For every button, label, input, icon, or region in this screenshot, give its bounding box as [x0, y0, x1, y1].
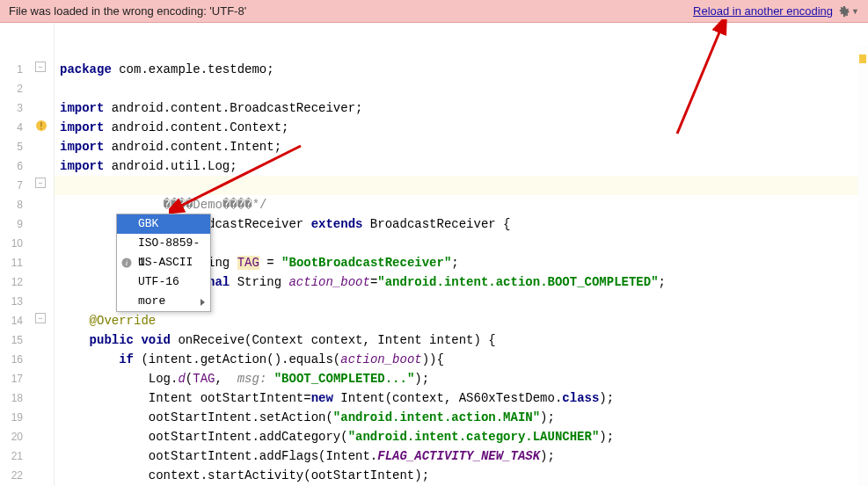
line-number: 12	[0, 272, 32, 292]
encoding-option-gbk[interactable]: GBK	[117, 214, 210, 234]
encoding-dropdown: GBK ISO-8859-1 i US-ASCII UTF-16 more	[116, 214, 211, 312]
fold-toggle-icon[interactable]: −	[35, 62, 46, 72]
encoding-option-utf16[interactable]: UTF-16	[117, 272, 210, 292]
line-number: 22	[0, 466, 32, 485]
code-line: import android.content.Intent;	[55, 137, 868, 156]
code-line: package com.example.testdemo;	[55, 60, 868, 79]
code-line: if (intent.getAction().equals(action_boo…	[55, 350, 868, 369]
fold-toggle-icon[interactable]: −	[35, 178, 46, 188]
line-number: 7	[0, 176, 32, 195]
line-number: 16	[0, 350, 32, 369]
submenu-arrow-icon	[201, 299, 205, 306]
line-number: 2	[0, 79, 32, 98]
fold-toggle-icon[interactable]: −	[35, 313, 46, 323]
line-number: 9	[0, 214, 32, 234]
line-number: 18	[0, 388, 32, 408]
encoding-warning-banner: File was loaded in the wrong encoding: '…	[0, 0, 868, 23]
code-line: ����Demo����*/	[55, 195, 868, 214]
fold-gutter: − ! − −	[32, 23, 55, 486]
line-number: 6	[0, 156, 32, 176]
line-number: 17	[0, 369, 32, 388]
error-stripe[interactable]	[857, 46, 868, 486]
code-line: public void onReceive(Context context, I…	[55, 330, 868, 350]
line-number: 19	[0, 408, 32, 427]
code-line	[55, 176, 868, 195]
line-number: 13	[0, 292, 32, 311]
line-number: 5	[0, 137, 32, 156]
code-line: import android.util.Log;	[55, 156, 868, 176]
line-number: 11	[0, 253, 32, 272]
dropdown-caret-icon[interactable]: ▼	[851, 7, 859, 16]
encoding-option-usascii[interactable]: i US-ASCII	[117, 253, 210, 272]
gear-icon[interactable]	[838, 4, 850, 18]
line-number-gutter: 1 2 3 4 5 6 7 8 9 10 11 12 13 14 15 16 1…	[0, 23, 32, 486]
svg-text:!: !	[40, 121, 43, 131]
encoding-option-more[interactable]: more	[117, 292, 210, 311]
line-number: 14	[0, 311, 32, 330]
code-line: context.startActivity(ootStartIntent);	[55, 466, 868, 485]
encoding-option-iso8859[interactable]: ISO-8859-1	[117, 234, 210, 253]
code-line: @Override	[55, 311, 868, 330]
line-number: 10	[0, 234, 32, 253]
line-number: 21	[0, 446, 32, 466]
line-number: 15	[0, 330, 32, 350]
banner-message: File was loaded in the wrong encoding: '…	[9, 4, 693, 18]
inspection-bulb-icon[interactable]: !	[35, 120, 46, 130]
code-line: ootStartIntent.setAction("android.intent…	[55, 408, 868, 427]
line-number: 4	[0, 118, 32, 137]
code-editor[interactable]: 1 2 3 4 5 6 7 8 9 10 11 12 13 14 15 16 1…	[0, 23, 868, 486]
code-line	[55, 79, 868, 98]
reload-encoding-link[interactable]: Reload in another encoding	[693, 4, 833, 18]
code-line: ootStartIntent.addCategory("android.inte…	[55, 427, 868, 446]
code-line: ootStartIntent.addFlags(Intent.FLAG_ACTI…	[55, 446, 868, 466]
code-area[interactable]: package com.example.testdemo; import and…	[55, 23, 868, 486]
code-line: import android.content.Context;	[55, 118, 868, 137]
info-icon: i	[121, 258, 132, 268]
line-number: 1	[0, 60, 32, 79]
code-line: import android.content.BroadcastReceiver…	[55, 98, 868, 118]
line-number: 8	[0, 195, 32, 214]
warning-marker-icon[interactable]	[859, 54, 866, 63]
line-number: 20	[0, 427, 32, 446]
code-line: Intent ootStartIntent=new Intent(context…	[55, 388, 868, 408]
code-line: Log.d(TAG, msg: "BOOT_COMPLETED...");	[55, 369, 868, 388]
line-number: 3	[0, 98, 32, 118]
